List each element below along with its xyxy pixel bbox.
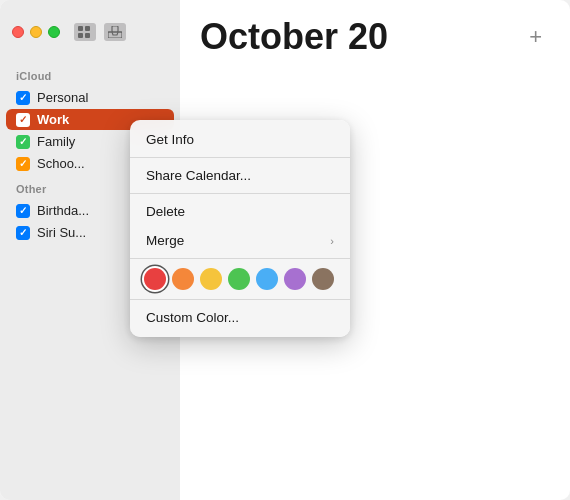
checkbox-personal[interactable]: ✓ xyxy=(16,91,30,105)
label-birthdays: Birthda... xyxy=(37,203,89,218)
checkmark-siri: ✓ xyxy=(19,228,27,238)
app-window: iCloud ✓ Personal ✓ Work ✓ Family xyxy=(0,0,570,500)
color-swatch-orange[interactable] xyxy=(172,268,194,290)
menu-separator-3 xyxy=(130,258,350,259)
label-family: Family xyxy=(37,134,75,149)
color-swatch-brown[interactable] xyxy=(312,268,334,290)
color-picker-row xyxy=(130,262,350,296)
label-work: Work xyxy=(37,112,69,127)
section-icloud: iCloud xyxy=(0,62,180,86)
color-swatch-green[interactable] xyxy=(228,268,250,290)
menu-item-share-calendar[interactable]: Share Calendar... xyxy=(130,161,350,190)
color-swatch-blue[interactable] xyxy=(256,268,278,290)
label-personal: Personal xyxy=(37,90,88,105)
menu-item-custom-color[interactable]: Custom Color... xyxy=(130,303,350,332)
menu-item-merge[interactable]: Merge › xyxy=(130,226,350,255)
svg-rect-2 xyxy=(78,33,83,38)
label-school: Schoo... xyxy=(37,156,85,171)
color-swatch-yellow[interactable] xyxy=(200,268,222,290)
titlebar xyxy=(0,0,180,52)
color-swatch-red[interactable] xyxy=(144,268,166,290)
checkbox-siri[interactable]: ✓ xyxy=(16,226,30,240)
svg-rect-5 xyxy=(112,26,118,32)
menu-item-delete[interactable]: Delete xyxy=(130,197,350,226)
menu-separator-2 xyxy=(130,193,350,194)
svg-rect-1 xyxy=(85,26,90,31)
label-siri: Siri Su... xyxy=(37,225,86,240)
minimize-button[interactable] xyxy=(30,26,42,38)
close-button[interactable] xyxy=(12,26,24,38)
checkmark-personal: ✓ xyxy=(19,93,27,103)
menu-item-get-info[interactable]: Get Info xyxy=(130,125,350,154)
main-header: October 20 + xyxy=(180,0,570,68)
checkmark-birthdays: ✓ xyxy=(19,206,27,216)
checkbox-family[interactable]: ✓ xyxy=(16,135,30,149)
color-swatch-purple[interactable] xyxy=(284,268,306,290)
toolbar-icons xyxy=(74,23,126,41)
checkmark-school: ✓ xyxy=(19,159,27,169)
svg-rect-0 xyxy=(78,26,83,31)
sidebar-item-personal[interactable]: ✓ Personal xyxy=(6,87,174,108)
add-event-button[interactable]: + xyxy=(521,24,550,50)
checkbox-work[interactable]: ✓ xyxy=(16,113,30,127)
month-title: October 20 xyxy=(200,16,388,58)
checkmark-family: ✓ xyxy=(19,137,27,147)
context-menu: Get Info Share Calendar... Delete Merge … xyxy=(130,120,350,337)
menu-separator-1 xyxy=(130,157,350,158)
checkmark-work: ✓ xyxy=(19,115,27,125)
inbox-icon[interactable] xyxy=(104,23,126,41)
menu-separator-4 xyxy=(130,299,350,300)
chevron-right-icon: › xyxy=(330,235,334,247)
grid-view-icon[interactable] xyxy=(74,23,96,41)
svg-rect-3 xyxy=(85,33,90,38)
checkbox-birthdays[interactable]: ✓ xyxy=(16,204,30,218)
checkbox-school[interactable]: ✓ xyxy=(16,157,30,171)
maximize-button[interactable] xyxy=(48,26,60,38)
